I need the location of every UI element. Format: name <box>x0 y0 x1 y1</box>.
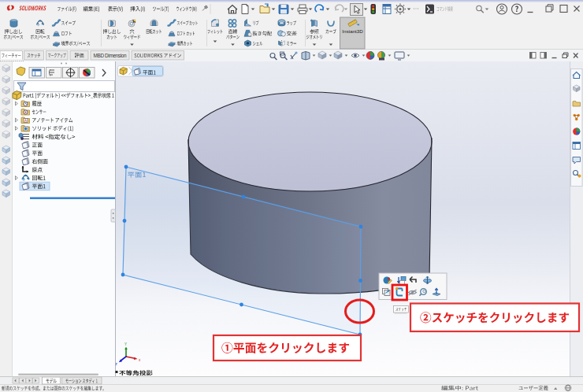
svg-text:A: A <box>24 119 27 123</box>
svg-text:z: z <box>116 362 118 366</box>
svg-text:MBD Dimension: MBD Dimension <box>94 53 127 58</box>
svg-text:Instant3D: Instant3D <box>342 28 363 34</box>
svg-text:Y: Y <box>124 342 127 346</box>
svg-text:x: x <box>139 358 141 362</box>
